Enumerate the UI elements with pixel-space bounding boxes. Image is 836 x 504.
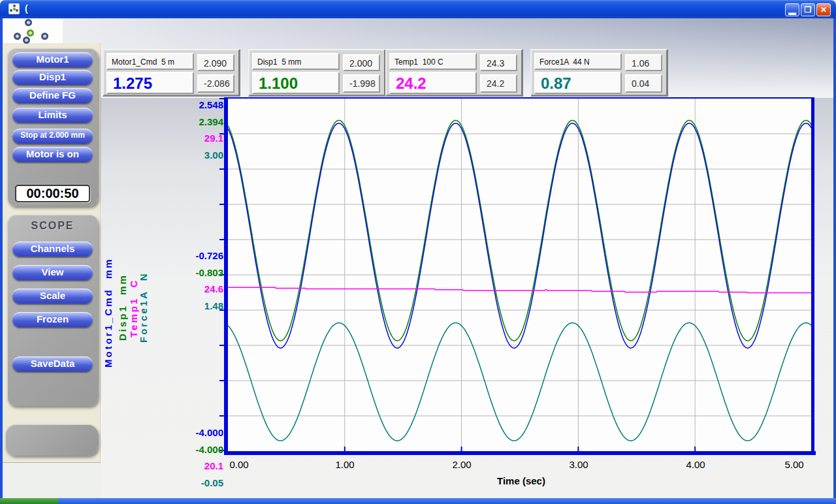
- sidebar-button-motor1[interactable]: Motor1: [12, 52, 93, 67]
- timer-display: 00:00:50: [15, 185, 90, 202]
- readout-panel-force1a: Force1A 44 N0.871.060.04: [530, 49, 668, 97]
- readout-max-value: 24.3: [480, 54, 517, 71]
- readout-label: Force1A 44 N: [534, 53, 622, 70]
- scope-button-channels[interactable]: Channels: [12, 242, 93, 257]
- readout-panel-temp1: Temp1 100 C24.224.324.2: [385, 49, 523, 97]
- app-icon: [8, 3, 20, 14]
- y-axis-label-motor1_cmd-mid: -0.726: [171, 250, 223, 261]
- y-axis-label-temp1-max: 29.1: [171, 133, 223, 144]
- logo-dot: [14, 33, 21, 40]
- scope-panel-title: SCOPE: [7, 220, 98, 232]
- y-axis-label-disp1-min: -4.000: [171, 444, 223, 455]
- scope-button-view[interactable]: View: [12, 265, 93, 280]
- logo-dot-green: [27, 29, 34, 37]
- y-axis-label-force1a-mid: 1.48: [171, 300, 223, 311]
- application-window: ( ▬ ❐ ✕ Motor1Disp1Define FGLimitsStop a…: [0, 0, 836, 504]
- x-axis-tick-label: 4.00: [673, 459, 718, 470]
- sidebar-footer-area: [3, 462, 101, 498]
- readout-max-value: 2.090: [197, 54, 234, 71]
- scope-plot: [224, 97, 816, 455]
- y-axis-label-motor1_cmd-max: 2.548: [171, 99, 223, 110]
- minimize-button[interactable]: ▬: [785, 3, 799, 16]
- y-axis-channel-name-force1a: Force1A N: [138, 252, 149, 363]
- y-axis-label-disp1-mid: -0.803: [171, 267, 223, 278]
- y-axis-label-motor1_cmd-min: -4.000: [171, 427, 223, 438]
- empty-panel: [5, 424, 98, 456]
- logo-dot: [41, 33, 48, 40]
- taskbar-strip: [0, 498, 836, 504]
- readout-min-value: -1.998: [343, 74, 380, 93]
- y-axis-label-force1a-max: 3.00: [171, 150, 223, 161]
- window-border-right: [833, 18, 836, 498]
- close-button[interactable]: ✕: [816, 3, 831, 16]
- app-logo: [4, 19, 63, 43]
- y-axis-label-temp1-min: 20.1: [171, 460, 223, 471]
- y-axis-label-temp1-mid: 24.6: [171, 283, 223, 294]
- x-axis-tick-label: 5.00: [771, 459, 817, 470]
- x-axis-tick-label: 2.00: [439, 459, 485, 470]
- readout-panel-motor1_cmd: Motor1_Cmd 5 m1.2752.090-2.086: [103, 49, 240, 97]
- readout-panel-disp1: Disp1 5 mm1.1002.000-1.998: [248, 49, 386, 97]
- sidebar-button-define-fg[interactable]: Define FG: [12, 88, 93, 103]
- y-axis-label-disp1-max: 2.394: [171, 116, 223, 127]
- title-bar: ( ▬ ❐ ✕: [0, 0, 836, 18]
- x-axis-tick-label: 1.00: [322, 459, 368, 470]
- logo-dot: [23, 37, 30, 44]
- window-title: (: [25, 3, 28, 14]
- readout-label: Disp1 5 mm: [252, 53, 340, 70]
- window-border-left: [0, 18, 3, 498]
- readout-label: Temp1 100 C: [389, 53, 477, 70]
- readout-current-value: 24.2: [389, 72, 477, 94]
- scope-button-savedata[interactable]: SaveData: [12, 356, 93, 371]
- x-axis-tick-label: 3.00: [556, 459, 602, 470]
- readout-max-value: 2.000: [343, 54, 380, 71]
- readout-current-value: 0.87: [534, 72, 622, 94]
- scope-chart: [224, 97, 816, 455]
- x-axis-title: Time (sec): [489, 475, 554, 486]
- scope-panel: SCOPE ChannelsViewScaleFrozenSaveData: [7, 215, 98, 406]
- logo-dot: [25, 19, 32, 26]
- readout-min-value: 24.2: [480, 74, 517, 93]
- readout-max-value: 1.06: [625, 54, 662, 71]
- sidebar-button-disp1[interactable]: Disp1: [12, 70, 93, 85]
- y-axis-label-force1a-min: -0.05: [171, 477, 223, 488]
- sidebar-button-limits[interactable]: Limits: [12, 108, 93, 123]
- sidebar-button-motor-is-on[interactable]: Motor is on: [12, 147, 93, 162]
- readout-min-value: 0.04: [625, 74, 662, 93]
- scope-button-scale[interactable]: Scale: [12, 289, 93, 304]
- motion-control-panel: Motor1Disp1Define FGLimitsStop at 2.000 …: [7, 48, 98, 206]
- maximize-button[interactable]: ❐: [801, 3, 815, 16]
- readout-current-value: 1.275: [106, 72, 194, 94]
- x-axis-tick-label: 0.00: [216, 459, 262, 470]
- readout-label: Motor1_Cmd 5 m: [106, 53, 194, 70]
- readout-min-value: -2.086: [197, 74, 234, 93]
- readout-current-value: 1.100: [252, 72, 340, 94]
- y-axis-channel-name-motor1_cmd: Motor1_Cmd mm: [103, 218, 114, 407]
- y-axis-channel-name-disp1: Disp1 mm: [117, 256, 128, 359]
- start-button-sliver[interactable]: [0, 498, 59, 504]
- sidebar-button-stop-at-2-000-mm[interactable]: Stop at 2.000 mm: [12, 129, 93, 144]
- scope-button-frozen[interactable]: Frozen: [12, 312, 93, 327]
